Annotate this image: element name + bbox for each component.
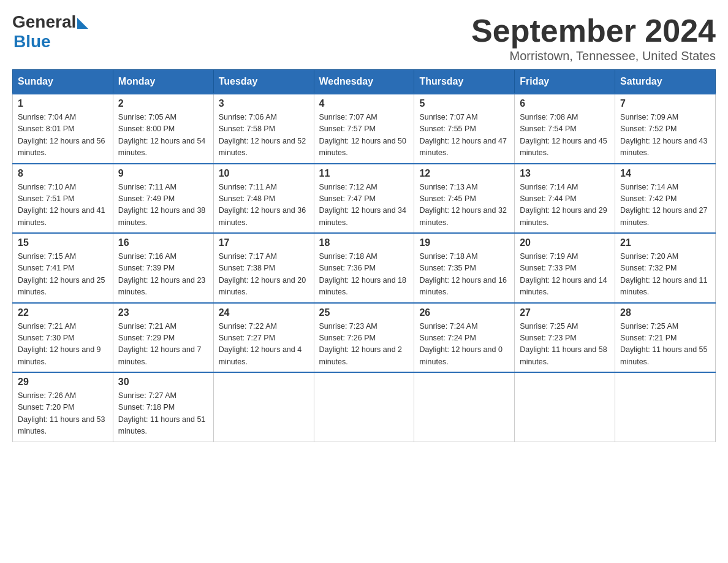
day-info: Sunrise: 7:14 AMSunset: 7:42 PMDaylight:… bbox=[620, 182, 710, 229]
day-info: Sunrise: 7:10 AMSunset: 7:51 PMDaylight:… bbox=[18, 182, 108, 229]
day-number: 25 bbox=[319, 307, 409, 318]
calendar-cell: 8Sunrise: 7:10 AMSunset: 7:51 PMDaylight… bbox=[13, 164, 113, 234]
calendar-cell bbox=[314, 372, 414, 442]
week-row-3: 15Sunrise: 7:15 AMSunset: 7:41 PMDayligh… bbox=[13, 233, 716, 303]
day-number: 20 bbox=[520, 237, 610, 248]
day-info: Sunrise: 7:22 AMSunset: 7:27 PMDaylight:… bbox=[219, 321, 309, 369]
day-info: Sunrise: 7:12 AMSunset: 7:47 PMDaylight:… bbox=[319, 182, 409, 229]
calendar-cell: 30Sunrise: 7:27 AMSunset: 7:18 PMDayligh… bbox=[113, 372, 213, 442]
day-info: Sunrise: 7:25 AMSunset: 7:23 PMDaylight:… bbox=[520, 321, 610, 369]
day-info: Sunrise: 7:05 AMSunset: 8:00 PMDaylight:… bbox=[118, 112, 208, 159]
week-row-2: 8Sunrise: 7:10 AMSunset: 7:51 PMDaylight… bbox=[13, 164, 716, 234]
day-number: 21 bbox=[620, 237, 710, 248]
week-row-5: 29Sunrise: 7:26 AMSunset: 7:20 PMDayligh… bbox=[13, 372, 716, 442]
calendar-cell: 16Sunrise: 7:16 AMSunset: 7:39 PMDayligh… bbox=[113, 233, 213, 303]
day-info: Sunrise: 7:13 AMSunset: 7:45 PMDaylight:… bbox=[419, 182, 509, 229]
day-info: Sunrise: 7:08 AMSunset: 7:54 PMDaylight:… bbox=[520, 112, 610, 159]
day-info: Sunrise: 7:23 AMSunset: 7:26 PMDaylight:… bbox=[319, 321, 409, 369]
day-info: Sunrise: 7:09 AMSunset: 7:52 PMDaylight:… bbox=[620, 112, 710, 159]
day-number: 28 bbox=[620, 307, 710, 318]
calendar-cell: 26Sunrise: 7:24 AMSunset: 7:24 PMDayligh… bbox=[414, 303, 515, 373]
day-number: 4 bbox=[319, 98, 409, 109]
calendar-cell: 5Sunrise: 7:07 AMSunset: 7:55 PMDaylight… bbox=[414, 94, 515, 164]
day-info: Sunrise: 7:20 AMSunset: 7:32 PMDaylight:… bbox=[620, 251, 710, 299]
day-number: 9 bbox=[118, 168, 208, 179]
column-header-tuesday: Tuesday bbox=[213, 70, 314, 94]
calendar-cell: 27Sunrise: 7:25 AMSunset: 7:23 PMDayligh… bbox=[515, 303, 615, 373]
calendar-cell bbox=[515, 372, 615, 442]
calendar-cell: 23Sunrise: 7:21 AMSunset: 7:29 PMDayligh… bbox=[113, 303, 213, 373]
calendar-cell: 29Sunrise: 7:26 AMSunset: 7:20 PMDayligh… bbox=[13, 372, 113, 442]
page-header: General Blue September 2024 Morristown, … bbox=[12, 12, 716, 63]
calendar-cell: 10Sunrise: 7:11 AMSunset: 7:48 PMDayligh… bbox=[213, 164, 314, 234]
day-number: 17 bbox=[219, 237, 309, 248]
column-header-saturday: Saturday bbox=[615, 70, 716, 94]
day-number: 22 bbox=[18, 307, 108, 318]
day-info: Sunrise: 7:27 AMSunset: 7:18 PMDaylight:… bbox=[118, 390, 208, 438]
calendar-cell: 20Sunrise: 7:19 AMSunset: 7:33 PMDayligh… bbox=[515, 233, 615, 303]
calendar-cell: 11Sunrise: 7:12 AMSunset: 7:47 PMDayligh… bbox=[314, 164, 414, 234]
day-info: Sunrise: 7:19 AMSunset: 7:33 PMDaylight:… bbox=[520, 251, 610, 299]
calendar-cell: 1Sunrise: 7:04 AMSunset: 8:01 PMDaylight… bbox=[13, 94, 113, 164]
calendar-title: September 2024 bbox=[471, 12, 716, 49]
calendar-cell: 22Sunrise: 7:21 AMSunset: 7:30 PMDayligh… bbox=[13, 303, 113, 373]
calendar-cell: 25Sunrise: 7:23 AMSunset: 7:26 PMDayligh… bbox=[314, 303, 414, 373]
day-info: Sunrise: 7:21 AMSunset: 7:29 PMDaylight:… bbox=[118, 321, 208, 369]
day-info: Sunrise: 7:06 AMSunset: 7:58 PMDaylight:… bbox=[219, 112, 309, 159]
logo-blue-text: Blue bbox=[13, 32, 51, 52]
day-info: Sunrise: 7:11 AMSunset: 7:49 PMDaylight:… bbox=[118, 182, 208, 229]
calendar-cell: 9Sunrise: 7:11 AMSunset: 7:49 PMDaylight… bbox=[113, 164, 213, 234]
day-number: 30 bbox=[118, 377, 208, 388]
day-number: 10 bbox=[219, 168, 309, 179]
day-info: Sunrise: 7:25 AMSunset: 7:21 PMDaylight:… bbox=[620, 321, 710, 369]
day-info: Sunrise: 7:17 AMSunset: 7:38 PMDaylight:… bbox=[219, 251, 309, 299]
day-number: 16 bbox=[118, 237, 208, 248]
day-number: 15 bbox=[18, 237, 108, 248]
calendar-cell: 12Sunrise: 7:13 AMSunset: 7:45 PMDayligh… bbox=[414, 164, 515, 234]
calendar-cell: 13Sunrise: 7:14 AMSunset: 7:44 PMDayligh… bbox=[515, 164, 615, 234]
day-number: 2 bbox=[118, 98, 208, 109]
day-info: Sunrise: 7:26 AMSunset: 7:20 PMDaylight:… bbox=[18, 390, 108, 438]
day-info: Sunrise: 7:18 AMSunset: 7:36 PMDaylight:… bbox=[319, 251, 409, 299]
day-info: Sunrise: 7:04 AMSunset: 8:01 PMDaylight:… bbox=[18, 112, 108, 159]
day-number: 14 bbox=[620, 168, 710, 179]
logo: General Blue bbox=[12, 12, 88, 52]
calendar-cell: 15Sunrise: 7:15 AMSunset: 7:41 PMDayligh… bbox=[13, 233, 113, 303]
day-number: 18 bbox=[319, 237, 409, 248]
day-info: Sunrise: 7:11 AMSunset: 7:48 PMDaylight:… bbox=[219, 182, 309, 229]
calendar-cell: 18Sunrise: 7:18 AMSunset: 7:36 PMDayligh… bbox=[314, 233, 414, 303]
calendar-cell: 14Sunrise: 7:14 AMSunset: 7:42 PMDayligh… bbox=[615, 164, 716, 234]
column-header-monday: Monday bbox=[113, 70, 213, 94]
column-header-sunday: Sunday bbox=[13, 70, 113, 94]
day-number: 3 bbox=[219, 98, 309, 109]
calendar-cell bbox=[615, 372, 716, 442]
calendar-cell: 2Sunrise: 7:05 AMSunset: 8:00 PMDaylight… bbox=[113, 94, 213, 164]
day-number: 12 bbox=[419, 168, 509, 179]
calendar-cell: 17Sunrise: 7:17 AMSunset: 7:38 PMDayligh… bbox=[213, 233, 314, 303]
day-number: 5 bbox=[419, 98, 509, 109]
calendar-cell: 21Sunrise: 7:20 AMSunset: 7:32 PMDayligh… bbox=[615, 233, 716, 303]
day-number: 19 bbox=[419, 237, 509, 248]
calendar-cell: 6Sunrise: 7:08 AMSunset: 7:54 PMDaylight… bbox=[515, 94, 615, 164]
day-number: 24 bbox=[219, 307, 309, 318]
day-info: Sunrise: 7:18 AMSunset: 7:35 PMDaylight:… bbox=[419, 251, 509, 299]
day-number: 11 bbox=[319, 168, 409, 179]
day-info: Sunrise: 7:24 AMSunset: 7:24 PMDaylight:… bbox=[419, 321, 509, 369]
column-header-wednesday: Wednesday bbox=[314, 70, 414, 94]
calendar-cell: 28Sunrise: 7:25 AMSunset: 7:21 PMDayligh… bbox=[615, 303, 716, 373]
day-number: 23 bbox=[118, 307, 208, 318]
calendar-table: SundayMondayTuesdayWednesdayThursdayFrid… bbox=[12, 69, 716, 442]
day-number: 7 bbox=[620, 98, 710, 109]
logo-general-text: General bbox=[12, 12, 76, 32]
day-number: 26 bbox=[419, 307, 509, 318]
day-info: Sunrise: 7:14 AMSunset: 7:44 PMDaylight:… bbox=[520, 182, 610, 229]
calendar-cell: 3Sunrise: 7:06 AMSunset: 7:58 PMDaylight… bbox=[213, 94, 314, 164]
calendar-cell: 7Sunrise: 7:09 AMSunset: 7:52 PMDaylight… bbox=[615, 94, 716, 164]
calendar-cell: 19Sunrise: 7:18 AMSunset: 7:35 PMDayligh… bbox=[414, 233, 515, 303]
day-info: Sunrise: 7:15 AMSunset: 7:41 PMDaylight:… bbox=[18, 251, 108, 299]
header-row: SundayMondayTuesdayWednesdayThursdayFrid… bbox=[13, 70, 716, 94]
day-number: 8 bbox=[18, 168, 108, 179]
day-number: 29 bbox=[18, 377, 108, 388]
day-info: Sunrise: 7:07 AMSunset: 7:57 PMDaylight:… bbox=[319, 112, 409, 159]
calendar-subtitle: Morristown, Tennessee, United States bbox=[471, 49, 716, 63]
